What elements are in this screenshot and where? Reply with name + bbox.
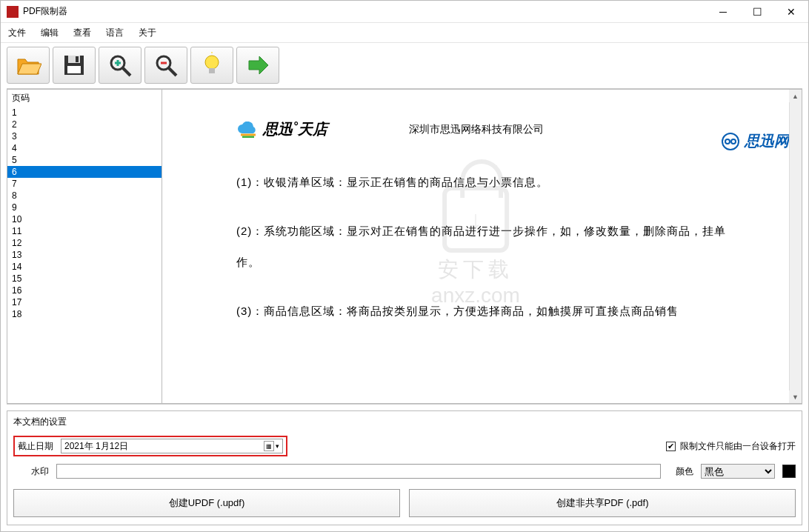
- page-item[interactable]: 9: [7, 202, 162, 213]
- paragraph-3: (3)：商品信息区域：将商品按类别显示，方便选择商品，如触摸屏可直接点商品销售: [236, 298, 774, 325]
- scroll-up-button[interactable]: ▲: [789, 90, 802, 102]
- color-select[interactable]: 黑色: [701, 464, 775, 479]
- folder-open-icon: [15, 52, 41, 79]
- brand-logo: 思迅˚天店: [236, 119, 327, 139]
- go-button[interactable]: [236, 47, 279, 84]
- menu-view[interactable]: 查看: [73, 27, 91, 39]
- page-item[interactable]: 11: [7, 225, 162, 237]
- page-item[interactable]: 15: [7, 273, 162, 285]
- color-label: 颜色: [676, 465, 693, 478]
- paragraph-2b: 作。: [236, 249, 774, 276]
- pages-header: 页码: [7, 90, 162, 107]
- svg-line-9: [169, 68, 176, 76]
- page-item[interactable]: 7: [7, 178, 162, 190]
- page-item[interactable]: 2: [7, 119, 162, 130]
- title-bar: PDF限制器 ─ ☐ ✕: [1, 1, 808, 23]
- scrollbar[interactable]: [789, 90, 802, 403]
- chevron-down-icon[interactable]: ▾: [276, 442, 279, 450]
- settings-title: 本文档的设置: [13, 416, 796, 428]
- pages-list[interactable]: 123456789101112131415161718: [7, 107, 162, 403]
- checkbox-icon: ✔: [666, 442, 676, 451]
- page-item[interactable]: 17: [7, 296, 162, 308]
- zoom-out-icon: [153, 52, 179, 79]
- arrow-right-icon: [244, 52, 271, 79]
- expiry-date-field[interactable]: 2021年 1月12日 ▦ ▾: [61, 439, 283, 453]
- minimize-button[interactable]: ─: [706, 1, 740, 23]
- watermark-row: 水印 颜色 黑色: [13, 464, 796, 479]
- menu-bar: 文件 编辑 查看 语言 关于: [1, 23, 808, 42]
- save-button[interactable]: [53, 47, 96, 84]
- page-item[interactable]: 8: [7, 190, 162, 202]
- page-item[interactable]: 12: [7, 237, 162, 249]
- expiry-date-row: 截止日期 2021年 1月12日 ▦ ▾: [13, 436, 287, 456]
- watermark-overlay: ↓ 安下载 anxz.com: [431, 186, 520, 307]
- preview-panel: 思迅˚天店 深圳市思迅网络科技有限公司 思迅网 (1)：收银清单区域：显示正在销…: [162, 89, 802, 404]
- page-item[interactable]: 3: [7, 130, 162, 142]
- zoom-out-button[interactable]: [144, 47, 187, 84]
- close-button[interactable]: ✕: [774, 1, 808, 23]
- svg-rect-3: [76, 56, 79, 62]
- menu-edit[interactable]: 编辑: [41, 27, 59, 39]
- paragraph-2: (2)：系统功能区域：显示对正在销售的商品进行进一步操作，如，修改数量，删除商品…: [236, 218, 774, 245]
- menu-language[interactable]: 语言: [106, 27, 124, 39]
- hint-button[interactable]: [190, 47, 233, 84]
- page-item[interactable]: 14: [7, 261, 162, 273]
- app-window: PDF限制器 ─ ☐ ✕ 文件 编辑 查看 语言 关于 页: [0, 0, 809, 532]
- open-button[interactable]: [7, 47, 50, 84]
- svg-line-5: [123, 68, 130, 76]
- restrict-device-label: 限制文件只能由一台设备打开: [680, 440, 796, 453]
- page-item[interactable]: 5: [7, 154, 162, 166]
- svg-point-15: [725, 139, 730, 144]
- create-pdf-button[interactable]: 创建非共享PDF (.pdf): [409, 489, 796, 517]
- watermark-input[interactable]: [56, 464, 661, 479]
- link-icon: [721, 132, 740, 151]
- color-swatch[interactable]: [782, 465, 796, 478]
- preview-content: 思迅˚天店 深圳市思迅网络科技有限公司 思迅网 (1)：收银清单区域：显示正在销…: [162, 90, 789, 403]
- maximize-button[interactable]: ☐: [740, 1, 774, 23]
- bulb-icon: [199, 52, 225, 79]
- brand-text: 思迅˚天店: [263, 119, 327, 139]
- svg-rect-12: [209, 68, 215, 73]
- create-updf-button[interactable]: 创建UPDF (.updf): [13, 489, 400, 517]
- cloud-icon: [236, 122, 259, 138]
- svg-point-16: [731, 139, 736, 144]
- restrict-device-checkbox[interactable]: ✔ 限制文件只能由一台设备打开: [666, 440, 796, 453]
- app-icon: [7, 6, 19, 18]
- work-area: 页码 123456789101112131415161718 思迅˚天店 深圳市…: [7, 88, 802, 405]
- zoom-in-button[interactable]: [99, 47, 142, 84]
- expiry-date-label: 截止日期: [18, 440, 53, 453]
- calendar-icon[interactable]: ▦: [264, 441, 274, 451]
- window-title: PDF限制器: [23, 5, 67, 18]
- svg-point-11: [205, 56, 219, 69]
- pages-panel: 页码 123456789101112131415161718: [7, 89, 162, 404]
- page-item[interactable]: 1: [7, 107, 162, 119]
- watermark-label: 水印: [13, 465, 49, 478]
- paragraph-1: (1)：收银清单区域：显示正在销售的商品信息与小票信息。: [236, 169, 774, 196]
- scroll-down-button[interactable]: ▼: [789, 390, 802, 403]
- page-item[interactable]: 4: [7, 142, 162, 154]
- settings-panel: 本文档的设置 截止日期 2021年 1月12日 ▦ ▾ ✔ 限制文件只能由一台设…: [7, 410, 802, 525]
- side-brand: 思迅网: [721, 131, 789, 151]
- menu-file[interactable]: 文件: [8, 27, 26, 39]
- toolbar: [1, 42, 808, 88]
- page-item[interactable]: 18: [7, 308, 162, 320]
- page-item[interactable]: 16: [7, 285, 162, 296]
- page-item[interactable]: 10: [7, 213, 162, 225]
- save-icon: [61, 52, 87, 79]
- company-name: 深圳市思迅网络科技有限公司: [409, 123, 544, 136]
- expiry-date-value: 2021年 1月12日: [64, 440, 128, 453]
- page-item[interactable]: 13: [7, 249, 162, 261]
- svg-rect-2: [67, 66, 81, 73]
- menu-about[interactable]: 关于: [139, 27, 156, 39]
- zoom-in-icon: [107, 52, 133, 79]
- page-item[interactable]: 6: [7, 166, 162, 178]
